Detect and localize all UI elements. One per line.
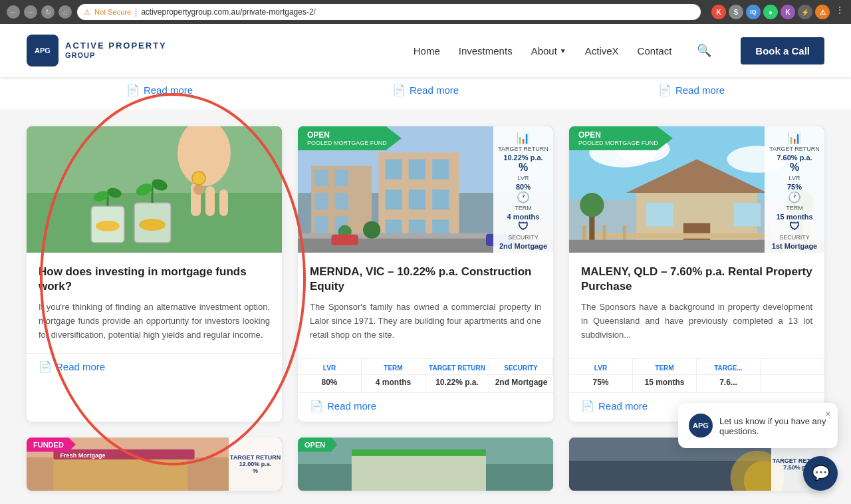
info-lvr-maleny: % LVR 75% [787, 162, 802, 191]
info-term: 🕐 TERM 4 months [507, 191, 540, 221]
bottom-card-1-info: TARGET RETURN 12.00% p.a. % [229, 438, 282, 491]
svg-rect-23 [314, 193, 328, 209]
browser-menu[interactable]: ⋮ [835, 5, 844, 19]
info-target-return-maleny: 📊 TARGET RETURN 7.60% p.a. [769, 132, 820, 162]
card-mernda-read-more[interactable]: 📄 Read more [310, 400, 541, 412]
top-read-more-3[interactable]: 📄 Read more [658, 84, 725, 96]
back-button[interactable]: ← [7, 5, 20, 19]
stat-value-security-m [761, 374, 824, 392]
chat-overlay: APG Let us know if you have any question… [678, 403, 838, 491]
chat-popup: APG Let us know if you have any question… [678, 403, 838, 448]
svg-rect-24 [335, 193, 348, 209]
nav-investments[interactable]: Investments [459, 45, 513, 57]
nav-contact[interactable]: Contact [638, 45, 672, 57]
percent-icon: % [790, 162, 799, 174]
card-maleny-image: OPEN Pooled Mortgage Fund 📊 TARGET RETUR… [569, 126, 824, 253]
stat-header-return: TARGET RETURN [426, 359, 489, 374]
percent-icon: % [519, 162, 528, 174]
card-blog: How does investing in mortgage funds wor… [27, 126, 282, 422]
svg-point-16 [193, 184, 204, 195]
card-blog-footer: 📄 Read more [27, 353, 282, 382]
svg-rect-73 [352, 449, 486, 455]
card-mernda-footer: 📄 Read more [298, 392, 553, 422]
info-term-maleny: 🕐 TERM 15 months [776, 191, 812, 221]
svg-rect-14 [205, 186, 215, 216]
svg-point-17 [192, 172, 205, 185]
info-lvr: % LVR 80% [516, 162, 531, 191]
card-blog-title: How does investing in mortgage funds wor… [39, 265, 270, 294]
svg-rect-28 [385, 160, 402, 180]
document-icon: 📄 [310, 400, 323, 412]
stat-header-lvr: LVR [298, 359, 362, 374]
ext-g: ● [763, 5, 778, 19]
browser-nav-buttons[interactable]: ← → ↻ ⌂ [7, 5, 72, 19]
svg-rect-30 [432, 160, 449, 180]
logo[interactable]: APG ACTIVE PROPERTY GROUP [27, 35, 167, 66]
top-read-more-2[interactable]: 📄 Read more [392, 84, 459, 96]
chat-close-button[interactable]: × [825, 408, 831, 420]
ext-kp: K [781, 5, 795, 19]
shield-icon: 🛡 [789, 221, 800, 233]
target-return-label: TARGET RETURN [230, 454, 281, 461]
clock-icon: 🕐 [788, 191, 801, 203]
forward-button[interactable]: → [24, 5, 37, 19]
svg-rect-15 [219, 189, 228, 216]
ext-puzzle: ⚡ [798, 5, 812, 19]
clock-icon: 🕐 [517, 191, 530, 203]
chat-popup-header: APG Let us know if you have any question… [689, 414, 827, 438]
navbar: APG ACTIVE PROPERTY GROUP Home Investmen… [0, 24, 851, 77]
reload-button[interactable]: ↻ [41, 5, 55, 19]
card-maleny-title: MALENY, QLD – 7.60% p.a. Rental Property… [581, 265, 812, 294]
logo-text: ACTIVE PROPERTY GROUP [65, 41, 167, 60]
svg-point-4 [96, 221, 120, 231]
stat-header-security-m [761, 359, 824, 374]
svg-rect-72 [352, 450, 486, 490]
chat-popup-text: Let us know if you have any questions. [719, 416, 827, 436]
svg-text:Fresh Mortgage: Fresh Mortgage [61, 451, 106, 458]
bottom-badge-funded: FUNDED [27, 438, 76, 452]
nav-home[interactable]: Home [414, 45, 440, 57]
nav-activex[interactable]: ActiveX [585, 45, 619, 57]
card-mernda-body: MERNDA, VIC – 10.22% p.a. Construction E… [298, 253, 553, 353]
svg-rect-22 [335, 170, 348, 186]
cards-section: How does investing in mortgage funds wor… [0, 110, 851, 438]
card-maleny-infographic: 📊 TARGET RETURN 7.60% p.a. % LVR 75% 🕐 T… [765, 126, 824, 253]
document-icon: 📄 [392, 84, 406, 96]
nav-about[interactable]: About ▼ [531, 45, 566, 57]
stat-value-lvr-m: 75% [569, 374, 633, 392]
svg-rect-33 [432, 189, 449, 209]
top-read-more-1[interactable]: 📄 Read more [126, 84, 193, 96]
shield-icon: 🛡 [518, 221, 529, 233]
top-read-more-strip: 📄 Read more 📄 Read more 📄 Read more [0, 77, 851, 110]
percent-icon: % [253, 467, 258, 474]
search-icon[interactable]: 🔍 [697, 43, 711, 58]
card-blog-read-more[interactable]: 📄 Read more [39, 360, 270, 373]
card-mernda: OPEN Pooled Mortgage Fund 📊 TARGET RETUR… [298, 126, 553, 422]
info-target-return: 📊 TARGET RETURN 10.22% p.a. [498, 132, 548, 162]
svg-point-40 [363, 221, 380, 238]
card-blog-body: How does investing in mortgage funds wor… [27, 253, 282, 353]
home-button[interactable]: ⌂ [59, 5, 72, 19]
document-icon: 📄 [126, 84, 140, 96]
document-icon: 📄 [658, 84, 671, 96]
chat-icon: 💬 [812, 465, 830, 482]
stat-value-term-m: 15 months [633, 374, 697, 392]
chat-open-button[interactable]: 💬 [803, 456, 838, 491]
card-mernda-image: OPEN Pooled Mortgage Fund 📊 TARGET RETUR… [298, 126, 553, 253]
document-icon: 📄 [581, 400, 594, 412]
svg-point-5 [139, 219, 166, 231]
info-security: 🛡 SECURITY 2nd Mortgage [499, 221, 547, 250]
svg-rect-56 [623, 225, 626, 242]
address-bar[interactable]: ⚠ Not Secure | activepropertygroup.com.a… [77, 4, 701, 20]
svg-rect-25 [314, 216, 328, 233]
stat-header-lvr-m: LVR [569, 359, 633, 374]
card-maleny-text: The Sponsors have a background in proper… [581, 301, 812, 342]
book-call-button[interactable]: Book a Call [741, 37, 824, 64]
card-maleny-badge: OPEN Pooled Mortgage Fund [569, 126, 673, 150]
svg-rect-52 [734, 203, 761, 226]
svg-rect-32 [409, 189, 426, 209]
blog-image-svg [27, 126, 282, 253]
document-icon: 📄 [39, 360, 52, 373]
card-maleny-stats: LVR TERM TARGE... 75% 15 months 7.6... [569, 358, 824, 392]
svg-rect-55 [603, 225, 606, 242]
